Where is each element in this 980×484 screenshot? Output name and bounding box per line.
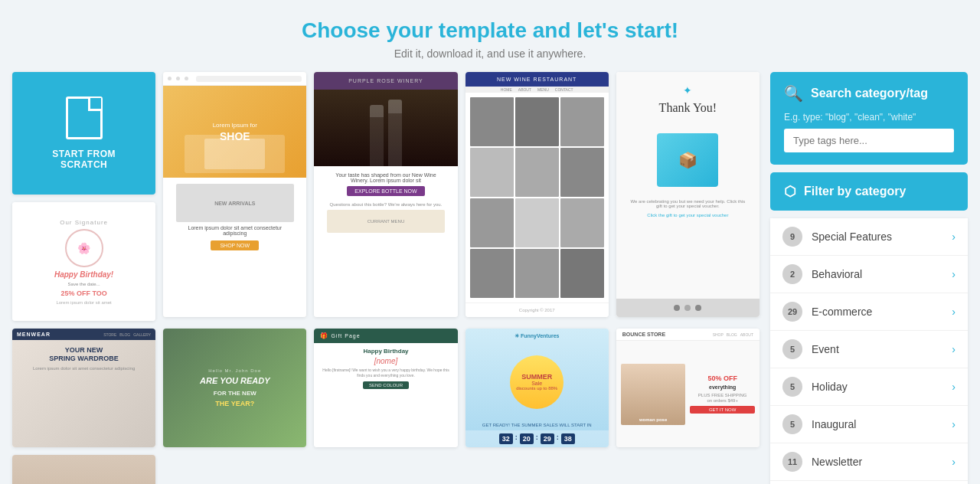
template-card-woman[interactable]: TRIP LOOK BOX SPRINGS WOMAN Lorem ipsum … — [12, 455, 155, 484]
template-card-wine[interactable]: PURPLE ROSE WINERY Your taste has shaped… — [314, 72, 457, 317]
happybday-thumb: 🎁 Gift Page Happy Birthday [nome] Hello … — [314, 329, 457, 447]
thankyou-thumb: ✦ Thank You! 📦 We are celebrating you bu… — [616, 72, 760, 317]
cat-count-behavioral: 2 — [782, 264, 802, 284]
page-header: Choose your template and let's start! Ed… — [0, 0, 980, 72]
filter-title: Filter by category — [804, 185, 906, 198]
category-item-behavioral[interactable]: 2 Behavioral › — [770, 256, 968, 293]
scratch-label: START FROM SCRATCH — [28, 149, 140, 170]
filter-header: ⬡ Filter by category — [784, 183, 954, 200]
cat-label-newsletter: Newsletter — [812, 456, 952, 468]
filter-icon: ⬡ — [784, 183, 796, 200]
chevron-icon-6: › — [952, 456, 956, 468]
doc-icon — [66, 96, 103, 139]
chevron-icon-4: › — [952, 381, 956, 393]
chevron-icon-3: › — [952, 343, 956, 355]
category-item-transactional[interactable]: 1 Transactional › — [770, 481, 968, 484]
search-header: 🔍 Search category/tag — [784, 84, 954, 103]
page-wrapper: Choose your template and let's start! Ed… — [0, 0, 980, 484]
cat-count-event: 5 — [782, 339, 802, 359]
chevron-icon-0: › — [952, 231, 956, 243]
search-section: 🔍 Search category/tag E.g. type: "blog",… — [770, 72, 968, 165]
search-hint: E.g. type: "blog", "clean", "white" — [784, 112, 954, 123]
cat-count-ecommerce: 29 — [782, 302, 802, 322]
template-card-summer[interactable]: ☀ FunnyVentures SUMMER Sale discounts up… — [466, 329, 609, 447]
wine-thumb: PURPLE ROSE WINERY Your taste has shaped… — [314, 72, 457, 317]
category-list: 9 Special Features › 2 Behavioral › 29 E… — [770, 218, 968, 484]
chevron-icon-1: › — [952, 268, 956, 280]
search-title: Search category/tag — [811, 87, 928, 100]
cat-label-special-features: Special Features — [812, 231, 952, 243]
cat-label-ecommerce: E-commerce — [812, 306, 952, 318]
page-subtitle: Edit it, download it, and use it anywher… — [15, 47, 965, 60]
template-card-ready[interactable]: Hello Mr. John Doe ARE YOU READY FOR THE… — [163, 329, 306, 447]
cat-count-newsletter: 11 — [782, 452, 802, 472]
main-content: START FROM SCRATCH Lorem Ipsum for SHOE — [0, 72, 980, 484]
cat-count-holiday: 5 — [782, 377, 802, 397]
page-title: Choose your template and let's start! — [15, 18, 965, 43]
shoe-thumb: Lorem Ipsum for SHOE NEW ARRIVALS Lorem … — [163, 72, 306, 317]
filter-section: ⬡ Filter by category — [770, 172, 968, 211]
bounce-thumb: BOUNCE STORE SHOP BLOG ABOUT woman pose … — [616, 329, 760, 447]
cat-label-holiday: Holiday — [812, 381, 952, 393]
template-card-photos[interactable]: NEW WINE RESTAURANT HOME ABOUT MENU CONT… — [466, 72, 609, 317]
template-card-menwear[interactable]: MENWEAR STORE BLOG GALLERY YOUR NEWSPRIN… — [12, 329, 155, 447]
template-card-bounce[interactable]: BOUNCE STORE SHOP BLOG ABOUT woman pose … — [616, 329, 760, 447]
template-card-happybday[interactable]: 🎁 Gift Page Happy Birthday [nome] Hello … — [314, 329, 457, 447]
scratch-card[interactable]: START FROM SCRATCH — [12, 72, 155, 195]
template-card-shoe[interactable]: Lorem Ipsum for SHOE NEW ARRIVALS Lorem … — [163, 72, 306, 317]
template-card-birthday[interactable]: Our Signature 🌸 Happy Birthday! Save the… — [12, 202, 155, 321]
birthday-thumb: Our Signature 🌸 Happy Birthday! Save the… — [12, 202, 155, 321]
template-grid: START FROM SCRATCH Lorem Ipsum for SHOE — [12, 72, 770, 484]
cat-label-event: Event — [812, 343, 952, 355]
cat-count-special-features: 9 — [782, 227, 802, 247]
summer-thumb: ☀ FunnyVentures SUMMER Sale discounts up… — [466, 329, 609, 447]
cat-count-inaugural: 5 — [782, 414, 802, 434]
sidebar: 🔍 Search category/tag E.g. type: "blog",… — [770, 72, 968, 484]
search-icon: 🔍 — [784, 84, 803, 103]
ready-thumb: Hello Mr. John Doe ARE YOU READY FOR THE… — [163, 329, 306, 447]
category-item-inaugural[interactable]: 5 Inaugural › — [770, 406, 968, 443]
menwear-thumb: MENWEAR STORE BLOG GALLERY YOUR NEWSPRIN… — [12, 329, 155, 447]
search-input[interactable] — [784, 129, 954, 152]
category-item-event[interactable]: 5 Event › — [770, 331, 968, 368]
cat-label-behavioral: Behavioral — [812, 268, 952, 280]
chevron-icon-5: › — [952, 418, 956, 430]
woman-thumb: TRIP LOOK BOX SPRINGS WOMAN Lorem ipsum … — [12, 455, 155, 484]
category-item-ecommerce[interactable]: 29 E-commerce › — [770, 293, 968, 331]
category-item-special-features[interactable]: 9 Special Features › — [770, 218, 968, 256]
template-card-thankyou[interactable]: ✦ Thank You! 📦 We are celebrating you bu… — [616, 72, 760, 317]
chevron-icon-2: › — [952, 306, 956, 318]
photos-thumb: NEW WINE RESTAURANT HOME ABOUT MENU CONT… — [466, 72, 609, 317]
category-item-newsletter[interactable]: 11 Newsletter › — [770, 443, 968, 481]
cat-label-inaugural: Inaugural — [812, 418, 952, 430]
category-item-holiday[interactable]: 5 Holiday › — [770, 368, 968, 406]
